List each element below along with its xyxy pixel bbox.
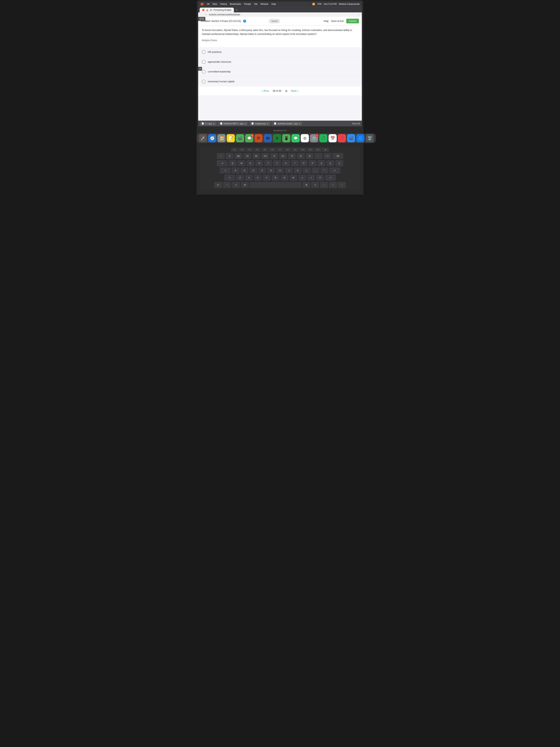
download-chevron-icon[interactable]: ▲ <box>244 123 246 125</box>
key-I[interactable]: I <box>291 160 299 166</box>
key-J[interactable]: J <box>285 167 293 174</box>
key-_4[interactable]: $4 <box>252 153 260 159</box>
key-F1[interactable]: F1 <box>231 148 238 152</box>
key-F2[interactable]: F2 <box>239 148 245 152</box>
key-_[interactable]: ⇧ <box>325 175 336 181</box>
key-_[interactable]: ⌥ <box>232 182 240 188</box>
key-__[interactable]: /? <box>316 175 324 181</box>
key-F[interactable]: F <box>258 167 266 174</box>
key-C[interactable]: C <box>254 175 262 181</box>
key-H[interactable]: H <box>276 167 284 174</box>
submit-button[interactable]: Submit <box>346 19 359 23</box>
dock-icon-facetime[interactable]: 📹 <box>236 134 244 142</box>
key-_[interactable]: → <box>338 182 346 188</box>
key-__[interactable]: ]} <box>326 160 335 166</box>
key-_0[interactable]: )0 <box>305 153 314 159</box>
download-item-1[interactable]: 📄 819bfc4178877—.jpg ▲ <box>218 122 247 125</box>
menu-item-bookmarks[interactable]: Bookmarks <box>230 3 241 5</box>
key-_1[interactable]: !1 <box>225 153 234 159</box>
dock-icon-trash[interactable]: 🗑️ <box>366 134 374 142</box>
key-O[interactable]: O <box>300 160 308 166</box>
key-__[interactable]: '" <box>320 167 328 174</box>
save-exit-button[interactable]: Save & Exit <box>331 20 344 22</box>
key-_[interactable]: ⌥ <box>311 182 319 188</box>
key-F11[interactable]: F11 <box>307 148 314 152</box>
dock-icon-messages[interactable]: 💬55 <box>245 134 254 142</box>
key-W[interactable]: W <box>237 160 245 166</box>
key-F12[interactable]: F12 <box>315 148 321 152</box>
download-item-2[interactable]: 📄 images.png ▲ <box>250 122 270 125</box>
tab-close-btn[interactable] <box>202 9 205 11</box>
key-__[interactable]: \| <box>335 160 343 166</box>
menu-item-history[interactable]: History <box>220 3 227 5</box>
radio-btn-d[interactable] <box>202 80 206 83</box>
dock-icon-photos[interactable]: 🖼️ <box>217 134 225 142</box>
dock-icon-notes[interactable]: 📝 <box>227 134 235 142</box>
key-_[interactable]: - <box>315 153 323 159</box>
key-P[interactable]: P <box>309 160 317 166</box>
key-Z[interactable]: Z <box>236 175 244 181</box>
nav-forward[interactable]: › <box>203 14 203 16</box>
radio-btn-a[interactable] <box>202 50 206 54</box>
key-__[interactable]: .> <box>307 175 315 181</box>
key-_[interactable]: ← <box>320 182 328 188</box>
key-__[interactable]: =+ <box>323 153 331 159</box>
key-F4[interactable]: F4 <box>254 148 261 152</box>
key-_[interactable]: ⌫ <box>332 153 343 159</box>
key-__[interactable]: ,< <box>298 175 306 181</box>
show-all-downloads-button[interactable]: Show All <box>352 123 360 125</box>
key-_[interactable]: ⌃ <box>223 182 231 188</box>
download-item-0[interactable]: 📄 7—.jpg ▲ <box>200 122 216 125</box>
answer-choice-b[interactable]: appropriate resources <box>200 57 360 67</box>
dock-icon-excel[interactable]: X <box>273 134 281 142</box>
key-_2[interactable]: @2 <box>235 153 243 159</box>
menu-item-dit[interactable]: dit <box>207 3 209 5</box>
key-L[interactable]: L <box>302 167 311 174</box>
dock-icon-zoom[interactable]: 📹 <box>347 134 355 142</box>
key-_3[interactable]: #3 <box>243 153 251 159</box>
key-A[interactable]: A <box>232 167 240 174</box>
key-K[interactable]: K <box>294 167 302 174</box>
bookmark-star-icon[interactable]: ☆ <box>358 14 360 16</box>
prev-button[interactable]: < Prev <box>262 89 269 92</box>
nav-back[interactable]: ‹ <box>200 14 201 16</box>
key-_[interactable]: ⌘ <box>241 182 249 188</box>
key-S[interactable]: S <box>240 167 248 174</box>
radio-btn-b[interactable] <box>202 60 206 64</box>
key-F5[interactable]: F5 <box>261 148 268 152</box>
key-E[interactable]: E <box>246 160 255 166</box>
dock-icon-chrome[interactable]: ⊙ <box>301 134 309 142</box>
key-F10[interactable]: F10 <box>299 148 306 152</box>
key-_[interactable]: ⏏ <box>322 148 329 152</box>
key-X[interactable]: X <box>245 175 253 181</box>
help-button[interactable]: Help <box>324 20 329 22</box>
info-icon[interactable]: i <box>243 20 246 23</box>
dock-icon-launchpad[interactable]: 🚀 <box>199 134 207 142</box>
dock-icon-whatsapp[interactable]: 💬 <box>292 134 300 142</box>
nav-refresh[interactable]: ↻ <box>205 14 207 16</box>
key-_9[interactable]: (9 <box>297 153 305 159</box>
key-_[interactable]: ⇥ <box>217 160 228 166</box>
key-Q[interactable]: Q <box>229 160 237 166</box>
dock-icon-itunes[interactable]: 🎵 <box>338 134 346 142</box>
answer-choice-d[interactable]: necessary human capital <box>200 77 360 86</box>
key-_6[interactable]: ^6 <box>270 153 278 159</box>
download-chevron-icon[interactable]: ▲ <box>213 123 215 125</box>
key-_[interactable]: ⌘ <box>302 182 310 188</box>
key-_5[interactable]: %5 <box>261 153 269 159</box>
key-T[interactable]: T <box>264 160 272 166</box>
key-Y[interactable]: Y <box>273 160 281 166</box>
key-U[interactable]: U <box>282 160 290 166</box>
dock-icon-network[interactable]: 🌐 <box>356 134 365 142</box>
download-chevron-icon[interactable]: ▲ <box>267 123 269 125</box>
radio-btn-c[interactable] <box>202 70 206 74</box>
key-fn[interactable]: fn <box>214 182 222 188</box>
key-_[interactable]: ⇧ <box>224 175 235 181</box>
key-V[interactable]: V <box>263 175 271 181</box>
dock-icon-safari[interactable]: 🧭 <box>208 134 216 142</box>
menu-item-apple[interactable]: 🍎 <box>201 2 204 6</box>
menu-item-view[interactable]: View <box>212 3 217 5</box>
answer-choice-c[interactable]: committed leadership <box>200 67 360 77</box>
key-F7[interactable]: F7 <box>276 148 284 152</box>
key-F6[interactable]: F6 <box>269 148 276 152</box>
